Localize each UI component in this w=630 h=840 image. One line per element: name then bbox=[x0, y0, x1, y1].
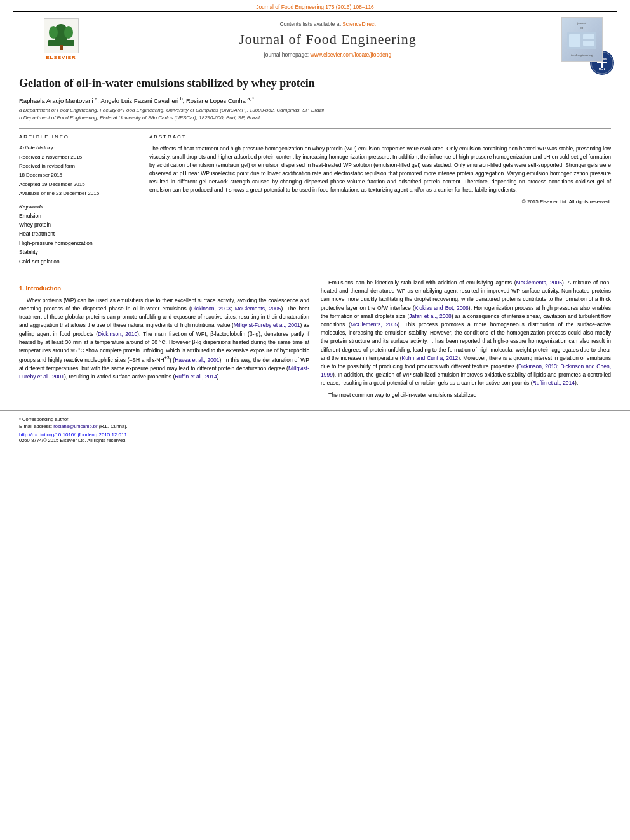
abstract-text: The effects of heat treatment and high-p… bbox=[149, 145, 611, 195]
email-link[interactable]: rosiane@unicamp.br bbox=[53, 423, 97, 429]
journal-reference-bar: Journal of Food Engineering 175 (2016) 1… bbox=[0, 0, 630, 11]
svg-point-3 bbox=[64, 26, 73, 39]
body-columns: 1. Introduction Whey proteins (WP) can b… bbox=[0, 272, 630, 403]
ref-dickinson2013[interactable]: Dickinson, 2013 bbox=[518, 363, 557, 370]
affiliation-b: b Department of Food Engineering, Federa… bbox=[19, 114, 611, 122]
homepage-link[interactable]: www.elsevier.com/locate/jfoodeng bbox=[311, 51, 392, 58]
keyword-5: Stability bbox=[19, 248, 137, 257]
history-label: Article history: bbox=[19, 145, 137, 150]
article-info-column: ARTICLE INFO Article history: Received 2… bbox=[19, 134, 137, 267]
keyword-1: Emulsion bbox=[19, 211, 137, 220]
svg-rect-4 bbox=[60, 45, 63, 50]
ref-mcclements2005[interactable]: McClements, 2005 bbox=[235, 305, 281, 312]
svg-rect-7 bbox=[583, 34, 594, 39]
affiliations: a Department of Food Engineering, Facult… bbox=[19, 107, 611, 122]
available-date: Available online 23 December 2015 bbox=[19, 189, 137, 198]
doi-line: http://dx.doi.org/10.1016/j.jfoodeng.201… bbox=[19, 432, 611, 437]
authors-line: Raphaela Araujo Mantovani a, Ângelo Luiz… bbox=[19, 96, 611, 103]
info-abstract-columns: ARTICLE INFO Article history: Received 2… bbox=[19, 134, 611, 267]
ref-havea2001[interactable]: Havea et al., 2001 bbox=[175, 357, 219, 363]
abstract-column: ABSTRACT The effects of heat treatment a… bbox=[149, 134, 611, 267]
corresponding-author-note: * Corresponding author. bbox=[19, 416, 611, 423]
footer-area: * Corresponding author. E-mail address: … bbox=[0, 410, 630, 444]
author-2: Ângelo Luiz Fazani Cavallieri b, bbox=[101, 97, 185, 104]
elsevier-logo: ELSEVIER bbox=[44, 18, 79, 60]
keyword-4: High-pressure homogenization bbox=[19, 239, 137, 248]
journal-header: ELSEVIER Contents lists available at Sci… bbox=[13, 11, 617, 67]
received-revised-label: Received in revised form bbox=[19, 162, 137, 171]
copyright-text: © 2015 Elsevier Ltd. All rights reserved… bbox=[149, 199, 611, 204]
ref-ruffin2014[interactable]: Ruffin et al., 2014 bbox=[175, 373, 217, 380]
ref-ruffin2014b[interactable]: Ruffin et al., 2014 bbox=[533, 380, 575, 386]
svg-rect-8 bbox=[583, 41, 594, 46]
journal-thumbnail: journal of food engineering bbox=[561, 17, 603, 62]
doi-link[interactable]: http://dx.doi.org/10.1016/j.jfoodeng.201… bbox=[19, 432, 127, 437]
affiliation-a: a Department of Food Engineering, Facult… bbox=[19, 107, 611, 114]
svg-rect-6 bbox=[569, 34, 580, 47]
keyword-3: Heat treatment bbox=[19, 229, 137, 238]
ref-dickinson1999[interactable]: Dickinson and Chen, 1999 bbox=[321, 363, 611, 378]
article-dates: Received 2 November 2015 Received in rev… bbox=[19, 153, 137, 199]
author-3: Rosiane Lopes Cunha a, * bbox=[186, 97, 254, 104]
svg-point-2 bbox=[49, 26, 58, 39]
ref-kiokias2006[interactable]: Kiokias and Bot, 2006 bbox=[415, 305, 469, 311]
article-content: Cross Mark Gelation of oil-in-water emul… bbox=[0, 67, 630, 272]
email-note: E-mail address: rosiane@unicamp.br (R.L.… bbox=[19, 423, 611, 430]
page: Journal of Food Engineering 175 (2016) 1… bbox=[0, 0, 630, 840]
article-info-heading: ARTICLE INFO bbox=[19, 134, 137, 140]
svg-text:Mark: Mark bbox=[599, 68, 606, 71]
ref-mcclements2005c[interactable]: McClements, 2005 bbox=[351, 321, 398, 328]
ref-millqvist2001b[interactable]: Millqvist-Fureby et al., 2001 bbox=[19, 365, 309, 380]
revised-date: 18 December 2015 bbox=[19, 171, 137, 180]
body-col-right: Emulsions can be kinetically stabilized … bbox=[321, 279, 611, 403]
sciencedirect-anchor[interactable]: ScienceDirect bbox=[342, 21, 375, 27]
body-col-left: 1. Introduction Whey proteins (WP) can b… bbox=[19, 279, 309, 403]
keyword-6: Cold-set gelation bbox=[19, 257, 137, 266]
keywords-list: Emulsion Whey protein Heat treatment Hig… bbox=[19, 211, 137, 267]
divider-1 bbox=[19, 128, 611, 129]
keyword-2: Whey protein bbox=[19, 220, 137, 229]
journal-homepage: journal homepage: www.elsevier.com/locat… bbox=[99, 51, 556, 58]
elsevier-logo-area: ELSEVIER bbox=[23, 18, 99, 60]
journal-title-area: Contents lists available at ScienceDirec… bbox=[99, 21, 556, 58]
article-title: Gelation of oil-in-water emulsions stabi… bbox=[19, 76, 611, 91]
intro-section-title: 1. Introduction bbox=[19, 284, 309, 293]
ref-mcclements2005b[interactable]: McClements, 2005 bbox=[516, 279, 562, 286]
received-date: Received 2 November 2015 bbox=[19, 153, 137, 162]
elsevier-tree-icon bbox=[44, 18, 79, 53]
abstract-heading: ABSTRACT bbox=[149, 134, 611, 140]
ref-millqvist2001[interactable]: Millqvist-Fureby et al., 2001 bbox=[234, 322, 300, 328]
elsevier-brand-text: ELSEVIER bbox=[46, 55, 76, 60]
journal-main-title: Journal of Food Engineering bbox=[99, 31, 556, 48]
ref-jafari2008[interactable]: Jafari et al., 2008 bbox=[409, 313, 452, 319]
accepted-date: Accepted 19 December 2015 bbox=[19, 180, 137, 189]
sciencedirect-link: Contents lists available at ScienceDirec… bbox=[99, 21, 556, 27]
ref-kuhn2012[interactable]: Kuhn and Cunha, 2012 bbox=[401, 355, 458, 361]
keywords-heading: Keywords: bbox=[19, 204, 137, 210]
journal-thumbnail-area: journal of food engineering bbox=[556, 17, 607, 62]
intro-para-1: Whey proteins (WP) can be used as emulsi… bbox=[19, 297, 309, 382]
ref-dickinson2003[interactable]: Dickinson, 2003 bbox=[191, 305, 231, 312]
issn-line: 0260-8774/© 2015 Elsevier Ltd. All right… bbox=[19, 437, 611, 443]
journal-ref-text: Journal of Food Engineering 175 (2016) 1… bbox=[256, 4, 374, 10]
ref-dickinson2010[interactable]: Dickinson, 2010 bbox=[98, 331, 137, 337]
author-1: Raphaela Araujo Mantovani a, bbox=[19, 97, 99, 104]
intro-para-3: The most common way to gel oil-in-water … bbox=[321, 391, 611, 399]
intro-para-2: Emulsions can be kinetically stabilized … bbox=[321, 279, 611, 387]
